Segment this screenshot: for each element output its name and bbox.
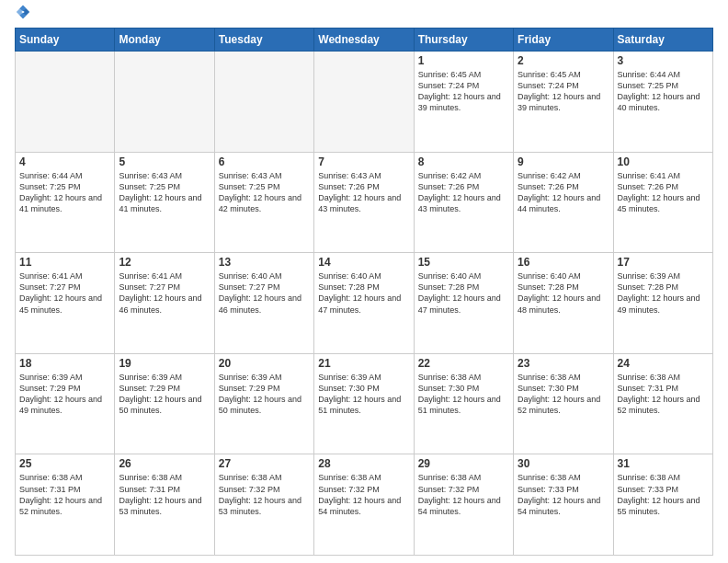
day-info: Sunrise: 6:38 AM Sunset: 7:32 PM Dayligh… — [318, 472, 409, 517]
day-info: Sunrise: 6:38 AM Sunset: 7:31 PM Dayligh… — [119, 472, 210, 517]
day-info: Sunrise: 6:39 AM Sunset: 7:30 PM Dayligh… — [318, 372, 409, 417]
calendar-cell: 31Sunrise: 6:38 AM Sunset: 7:33 PM Dayli… — [613, 454, 712, 556]
day-number: 5 — [119, 155, 210, 168]
calendar-cell: 4Sunrise: 6:44 AM Sunset: 7:25 PM Daylig… — [16, 152, 115, 253]
week-row-2: 4Sunrise: 6:44 AM Sunset: 7:25 PM Daylig… — [16, 152, 713, 253]
day-info: Sunrise: 6:38 AM Sunset: 7:32 PM Dayligh… — [418, 472, 509, 517]
day-info: Sunrise: 6:38 AM Sunset: 7:30 PM Dayligh… — [518, 372, 609, 417]
calendar-cell: 29Sunrise: 6:38 AM Sunset: 7:32 PM Dayli… — [414, 454, 513, 556]
calendar-cell: 21Sunrise: 6:39 AM Sunset: 7:30 PM Dayli… — [314, 353, 414, 454]
week-row-4: 18Sunrise: 6:39 AM Sunset: 7:29 PM Dayli… — [16, 353, 713, 454]
calendar-cell: 22Sunrise: 6:38 AM Sunset: 7:30 PM Dayli… — [414, 353, 513, 454]
calendar-cell: 10Sunrise: 6:41 AM Sunset: 7:26 PM Dayli… — [613, 152, 712, 253]
weekday-header-sunday: Sunday — [16, 29, 115, 52]
calendar-cell: 6Sunrise: 6:43 AM Sunset: 7:25 PM Daylig… — [214, 152, 313, 253]
calendar-cell: 17Sunrise: 6:39 AM Sunset: 7:28 PM Dayli… — [613, 253, 712, 354]
calendar-cell: 16Sunrise: 6:40 AM Sunset: 7:28 PM Dayli… — [514, 253, 613, 354]
day-info: Sunrise: 6:45 AM Sunset: 7:24 PM Dayligh… — [418, 69, 509, 114]
day-number: 9 — [518, 155, 609, 168]
calendar-cell: 3Sunrise: 6:44 AM Sunset: 7:25 PM Daylig… — [613, 52, 712, 153]
calendar-cell — [314, 52, 414, 153]
page: SundayMondayTuesdayWednesdayThursdayFrid… — [0, 0, 728, 563]
calendar-cell — [115, 52, 214, 153]
day-info: Sunrise: 6:39 AM Sunset: 7:29 PM Dayligh… — [119, 372, 210, 417]
day-number: 6 — [219, 155, 310, 168]
calendar-cell: 2Sunrise: 6:45 AM Sunset: 7:24 PM Daylig… — [514, 52, 613, 153]
calendar-cell: 1Sunrise: 6:45 AM Sunset: 7:24 PM Daylig… — [414, 52, 513, 153]
day-info: Sunrise: 6:43 AM Sunset: 7:25 PM Dayligh… — [119, 170, 210, 215]
day-number: 11 — [19, 256, 110, 269]
day-info: Sunrise: 6:43 AM Sunset: 7:25 PM Dayligh… — [219, 170, 310, 215]
day-info: Sunrise: 6:42 AM Sunset: 7:26 PM Dayligh… — [518, 170, 609, 215]
calendar-cell: 8Sunrise: 6:42 AM Sunset: 7:26 PM Daylig… — [414, 152, 513, 253]
calendar-cell: 20Sunrise: 6:39 AM Sunset: 7:29 PM Dayli… — [214, 353, 313, 454]
day-number: 18 — [19, 357, 110, 370]
day-info: Sunrise: 6:38 AM Sunset: 7:31 PM Dayligh… — [618, 372, 709, 417]
day-info: Sunrise: 6:41 AM Sunset: 7:27 PM Dayligh… — [119, 270, 210, 316]
day-number: 24 — [618, 357, 709, 370]
day-info: Sunrise: 6:39 AM Sunset: 7:28 PM Dayligh… — [618, 270, 709, 316]
calendar-cell: 18Sunrise: 6:39 AM Sunset: 7:29 PM Dayli… — [16, 353, 115, 454]
day-number: 31 — [618, 457, 709, 470]
calendar-cell: 5Sunrise: 6:43 AM Sunset: 7:25 PM Daylig… — [115, 152, 214, 253]
day-number: 22 — [418, 357, 509, 370]
calendar-cell — [214, 52, 313, 153]
day-info: Sunrise: 6:40 AM Sunset: 7:28 PM Dayligh… — [518, 270, 609, 316]
day-info: Sunrise: 6:40 AM Sunset: 7:27 PM Dayligh… — [219, 270, 310, 316]
week-row-1: 1Sunrise: 6:45 AM Sunset: 7:24 PM Daylig… — [16, 52, 713, 153]
day-number: 7 — [318, 155, 409, 168]
day-number: 12 — [119, 256, 210, 269]
day-info: Sunrise: 6:44 AM Sunset: 7:25 PM Dayligh… — [618, 69, 709, 114]
calendar-cell: 11Sunrise: 6:41 AM Sunset: 7:27 PM Dayli… — [16, 253, 115, 354]
day-info: Sunrise: 6:39 AM Sunset: 7:29 PM Dayligh… — [219, 372, 310, 417]
weekday-header-friday: Friday — [514, 29, 613, 52]
day-info: Sunrise: 6:44 AM Sunset: 7:25 PM Dayligh… — [19, 170, 110, 215]
day-info: Sunrise: 6:41 AM Sunset: 7:27 PM Dayligh… — [19, 270, 110, 316]
calendar-cell — [16, 52, 115, 153]
weekday-header-saturday: Saturday — [613, 29, 712, 52]
day-info: Sunrise: 6:45 AM Sunset: 7:24 PM Dayligh… — [518, 69, 609, 114]
day-number: 25 — [19, 457, 110, 470]
calendar-cell: 13Sunrise: 6:40 AM Sunset: 7:27 PM Dayli… — [214, 253, 313, 354]
calendar-cell: 12Sunrise: 6:41 AM Sunset: 7:27 PM Dayli… — [115, 253, 214, 354]
calendar-cell: 27Sunrise: 6:38 AM Sunset: 7:32 PM Dayli… — [214, 454, 313, 556]
day-number: 14 — [318, 256, 409, 269]
logo-icon — [15, 4, 31, 20]
day-info: Sunrise: 6:43 AM Sunset: 7:26 PM Dayligh… — [318, 170, 409, 215]
weekday-header-monday: Monday — [115, 29, 214, 52]
day-number: 23 — [518, 357, 609, 370]
week-row-3: 11Sunrise: 6:41 AM Sunset: 7:27 PM Dayli… — [16, 253, 713, 354]
day-number: 27 — [219, 457, 310, 470]
calendar-cell: 19Sunrise: 6:39 AM Sunset: 7:29 PM Dayli… — [115, 353, 214, 454]
day-info: Sunrise: 6:41 AM Sunset: 7:26 PM Dayligh… — [618, 170, 709, 215]
day-number: 30 — [518, 457, 609, 470]
calendar-cell: 26Sunrise: 6:38 AM Sunset: 7:31 PM Dayli… — [115, 454, 214, 556]
day-number: 13 — [219, 256, 310, 269]
day-info: Sunrise: 6:38 AM Sunset: 7:32 PM Dayligh… — [219, 472, 310, 517]
day-number: 26 — [119, 457, 210, 470]
calendar-cell: 15Sunrise: 6:40 AM Sunset: 7:28 PM Dayli… — [414, 253, 513, 354]
day-info: Sunrise: 6:40 AM Sunset: 7:28 PM Dayligh… — [418, 270, 509, 316]
calendar-cell: 24Sunrise: 6:38 AM Sunset: 7:31 PM Dayli… — [613, 353, 712, 454]
weekday-header-tuesday: Tuesday — [214, 29, 313, 52]
calendar-cell: 23Sunrise: 6:38 AM Sunset: 7:30 PM Dayli… — [514, 353, 613, 454]
day-number: 17 — [618, 256, 709, 269]
day-info: Sunrise: 6:38 AM Sunset: 7:33 PM Dayligh… — [518, 472, 609, 517]
day-info: Sunrise: 6:38 AM Sunset: 7:30 PM Dayligh… — [418, 372, 509, 417]
day-info: Sunrise: 6:38 AM Sunset: 7:33 PM Dayligh… — [618, 472, 709, 517]
day-number: 3 — [618, 54, 709, 67]
day-number: 2 — [518, 54, 609, 67]
calendar-cell: 25Sunrise: 6:38 AM Sunset: 7:31 PM Dayli… — [16, 454, 115, 556]
day-number: 10 — [618, 155, 709, 168]
day-info: Sunrise: 6:39 AM Sunset: 7:29 PM Dayligh… — [19, 372, 110, 417]
day-number: 19 — [119, 357, 210, 370]
calendar-cell: 30Sunrise: 6:38 AM Sunset: 7:33 PM Dayli… — [514, 454, 613, 556]
day-number: 8 — [418, 155, 509, 168]
logo — [15, 11, 33, 20]
day-number: 1 — [418, 54, 509, 67]
day-number: 15 — [418, 256, 509, 269]
weekday-header-row: SundayMondayTuesdayWednesdayThursdayFrid… — [16, 29, 713, 52]
calendar: SundayMondayTuesdayWednesdayThursdayFrid… — [15, 28, 713, 556]
week-row-5: 25Sunrise: 6:38 AM Sunset: 7:31 PM Dayli… — [16, 454, 713, 556]
weekday-header-thursday: Thursday — [414, 29, 513, 52]
